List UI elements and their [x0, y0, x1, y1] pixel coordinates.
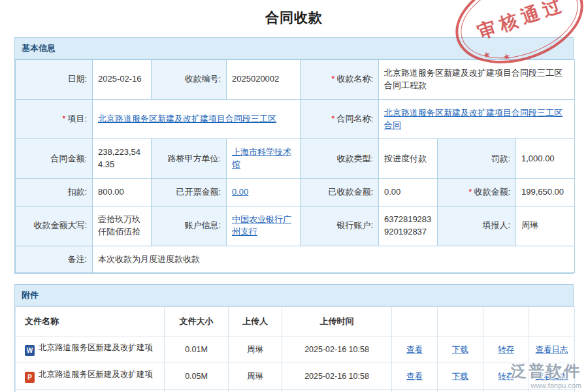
field-value: 1,000.00 [516, 139, 575, 179]
view-link[interactable]: 查看 [406, 372, 423, 381]
view-link[interactable]: 查看 [406, 345, 423, 354]
field-label: 收款类型: [301, 139, 379, 179]
field-label: *项目: [16, 99, 93, 139]
field-value: 800.00 [93, 179, 152, 206]
action-cell: 查看日志 [529, 336, 575, 363]
file-uploader: 周琳 [229, 363, 282, 390]
file-name-cell: P北京路道服务区新建及改扩建项 [16, 363, 165, 390]
field-link[interactable]: 北京路道服务区新建及改扩建项目合同段三工区 [98, 114, 276, 123]
field-link[interactable]: 0.00 [232, 187, 248, 197]
field-value: 壹拾玖万玖仟陆佰伍拾 [93, 206, 152, 246]
field-label: 已收款金额: [301, 179, 379, 206]
field-label: 收款编号: [152, 60, 227, 100]
field-label: 扣款: [16, 179, 93, 206]
column-header: 上传时间 [282, 307, 392, 336]
attachment-row: P北京路道服务区新建及改扩建项0.05M周琳2025-02-16 10:58查看… [16, 363, 575, 390]
field-value: 中国农业银行广州支行 [227, 206, 301, 246]
basic-info-table: 日期:2025-02-16收款编号:2025020002*收款名称:北京路道服务… [15, 59, 575, 273]
attachment-row: W北京路道服务区新建及改扩建项0.01M周琳2025-02-16 10:58查看… [16, 336, 575, 363]
field-label: 罚款: [438, 139, 516, 179]
field-label: 填报人: [438, 206, 516, 246]
column-header-empty [529, 307, 575, 336]
word-file-icon: W [25, 345, 35, 356]
field-value: 北京路道服务区新建及改扩建项目合同段三工区合同工程款 [379, 60, 575, 100]
required-asterisk: * [331, 114, 335, 123]
field-label: 路桥甲方单位: [152, 139, 227, 179]
file-uploader: 周琳 [229, 336, 282, 363]
field-value: 按进度付款 [379, 139, 438, 179]
column-header-empty [483, 307, 529, 336]
action-cell: 下载 [438, 363, 483, 390]
required-asterisk: * [62, 114, 65, 123]
field-value: 2025-02-16 [93, 60, 152, 100]
attachments-section: 附件 文件名称文件大小上传人上传时间 W北京路道服务区新建及改扩建项0.01M周… [14, 284, 574, 392]
page-content: 基本信息 日期:2025-02-16收款编号:2025020002*收款名称:北… [0, 37, 588, 392]
field-value: 0.00 [227, 179, 301, 206]
save-as-link[interactable]: 转存 [498, 372, 514, 381]
field-link[interactable]: 北京路道服务区新建及改扩建项目合同段三工区合同 [384, 108, 563, 130]
ppt-file-icon: P [25, 372, 35, 383]
attachments-header-row: 文件名称文件大小上传人上传时间 [16, 307, 575, 336]
view-log-link[interactable]: 查看日志 [536, 372, 568, 381]
required-asterisk: * [331, 74, 335, 84]
file-name: 北京路道服务区新建及改扩建项 [39, 343, 153, 352]
info-row: 收款金额大写:壹拾玖万玖仟陆佰伍拾账户信息:中国农业银行广州支行银行账户:637… [16, 206, 575, 246]
attachments-table: 文件名称文件大小上传人上传时间 W北京路道服务区新建及改扩建项0.01M周琳20… [15, 306, 575, 392]
field-label: 合同金额: [16, 139, 93, 179]
column-header-empty [392, 307, 438, 336]
required-asterisk: * [468, 187, 472, 197]
field-value: 6372819283920192837 [379, 206, 438, 246]
column-header: 上传人 [229, 307, 282, 336]
field-value: 北京路道服务区新建及改扩建项目合同段三工区 [93, 99, 301, 139]
view-log-link[interactable]: 查看日志 [536, 345, 568, 354]
field-label: 银行账户: [301, 206, 379, 246]
field-label: 备注: [16, 246, 93, 273]
file-name: 北京路道服务区新建及改扩建项 [39, 370, 153, 379]
file-size: 0.01M [165, 336, 229, 363]
field-value: 2025020002 [227, 60, 301, 100]
field-link[interactable]: 中国农业银行广州支行 [232, 214, 291, 237]
field-value: 周琳 [516, 206, 575, 246]
field-label: *收款金额: [438, 179, 516, 206]
field-label: 账户信息: [152, 206, 227, 246]
column-header-empty [438, 307, 483, 336]
file-size: 0.05M [165, 363, 229, 390]
action-cell: 查看 [392, 336, 438, 363]
action-cell: 转存 [483, 363, 529, 390]
field-value: 北京路道服务区新建及改扩建项目合同段三工区合同 [379, 99, 575, 139]
action-cell: 查看 [392, 363, 438, 390]
column-header: 文件名称 [16, 307, 165, 336]
basic-info-section-header: 基本信息 [15, 38, 573, 59]
action-cell: 查看日志 [529, 363, 575, 390]
field-label: *合同名称: [301, 99, 379, 139]
field-label: 已开票金额: [152, 179, 227, 206]
download-link[interactable]: 下载 [452, 345, 468, 354]
info-row: 日期:2025-02-16收款编号:2025020002*收款名称:北京路道服务… [16, 60, 575, 100]
column-header: 文件大小 [165, 307, 229, 336]
field-value: 上海市科学技术馆 [227, 139, 301, 179]
field-value: 238,223,544.35 [93, 139, 152, 179]
file-name-cell: W北京路道服务区新建及改扩建项 [16, 336, 165, 363]
page-title: 合同收款 [0, 0, 588, 27]
field-label: 日期: [16, 60, 93, 100]
field-link[interactable]: 上海市科学技术馆 [232, 147, 291, 169]
info-row: 合同金额:238,223,544.35路桥甲方单位:上海市科学技术馆收款类型:按… [16, 139, 575, 179]
field-label: *收款名称: [301, 60, 379, 100]
info-row: *项目:北京路道服务区新建及改扩建项目合同段三工区*合同名称:北京路道服务区新建… [16, 99, 575, 139]
field-value: 本次收款为月度进度款收款 [93, 246, 575, 273]
attachments-section-header: 附件 [15, 285, 573, 306]
download-link[interactable]: 下载 [452, 372, 468, 381]
info-row: 扣款:800.00已开票金额:0.00已收款金额:0.00*收款金额:199,6… [16, 179, 575, 206]
info-row: 备注:本次收款为月度进度款收款 [16, 246, 575, 273]
action-cell: 下载 [438, 336, 483, 363]
field-label: 收款金额大写: [16, 206, 93, 246]
field-value: 199,650.00 [516, 179, 575, 206]
save-as-link[interactable]: 转存 [498, 345, 514, 354]
upload-time: 2025-02-16 10:58 [282, 336, 392, 363]
field-value: 0.00 [379, 179, 438, 206]
basic-info-section: 基本信息 日期:2025-02-16收款编号:2025020002*收款名称:北… [14, 37, 574, 274]
action-cell: 转存 [483, 336, 529, 363]
upload-time: 2025-02-16 10:58 [282, 363, 392, 390]
